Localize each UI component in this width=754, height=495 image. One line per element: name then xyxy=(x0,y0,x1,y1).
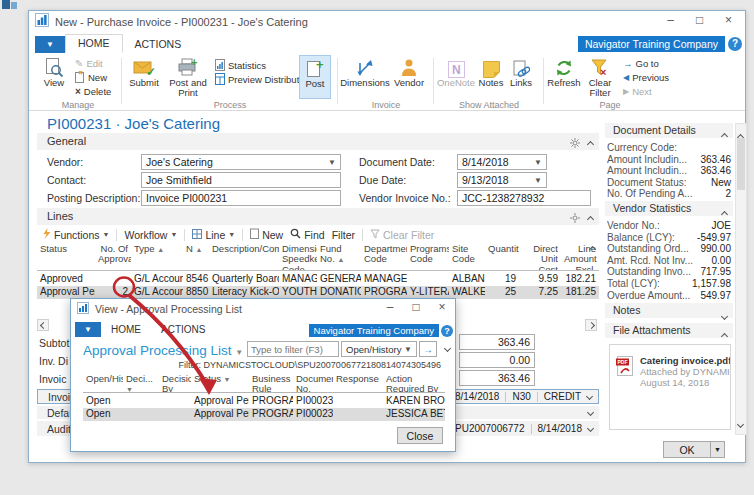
post-button[interactable]: + Post xyxy=(299,55,331,99)
submit-button[interactable]: ✓ Submit xyxy=(125,55,163,88)
functions-menu[interactable]: Functions▼ xyxy=(43,228,109,241)
window-vertical-scrollbar[interactable] xyxy=(735,123,747,435)
expand-default-icon[interactable] xyxy=(587,409,594,416)
posting-description-field[interactable]: Invoice PI000231 xyxy=(141,190,341,206)
hscroll-left-arrow[interactable] xyxy=(37,319,49,331)
col-quantity[interactable]: Quantity xyxy=(485,243,519,270)
general-fasttab-header[interactable]: General xyxy=(37,133,599,150)
maximize-button[interactable]: □ xyxy=(685,11,714,31)
filter-button[interactable]: Filter xyxy=(332,229,355,241)
dialog-help-button[interactable]: ? xyxy=(441,325,453,337)
collapse-lines-icon[interactable] xyxy=(587,216,594,223)
col-type[interactable]: Type ▲ xyxy=(131,243,183,270)
dcol-open-history[interactable]: Open/His... xyxy=(83,373,123,392)
notes-button[interactable]: Notes xyxy=(477,55,505,88)
col-no-of-approvals[interactable]: No. Of Approvals xyxy=(95,243,131,270)
application-menu-button[interactable]: ▼ xyxy=(35,36,65,53)
dialog-close-x-button[interactable]: × xyxy=(429,299,455,317)
contact-field[interactable]: Joe Smithfield xyxy=(141,172,341,188)
vendor-invoice-no-field[interactable]: JCC-1238278932 xyxy=(457,190,591,206)
ok-dropdown-button[interactable]: ▼ xyxy=(710,441,725,458)
due-date-dropdown-icon[interactable]: ▼ xyxy=(534,176,542,185)
dialog-application-menu-button[interactable]: ▼ xyxy=(75,322,101,337)
col-fund-no[interactable]: Fund No. ▲ xyxy=(317,243,361,270)
dcol-decision-by[interactable]: Decision By xyxy=(159,373,191,392)
clear-filter-button[interactable]: × Clear Filter xyxy=(583,55,617,99)
pending-approvals-link[interactable]: 2 xyxy=(725,188,731,200)
dcol-decision[interactable]: Deci... ▼ xyxy=(123,373,159,392)
view-button[interactable]: View xyxy=(37,55,71,88)
vendor-field[interactable]: Joe's Catering▼ xyxy=(141,154,341,170)
dialog-maximize-button[interactable]: □ xyxy=(403,299,429,317)
statistics-button[interactable]: Statistics xyxy=(215,59,266,72)
due-date-field[interactable]: 9/13/2018▼ xyxy=(457,172,547,188)
line-row-approved[interactable]: Approved G/L Account 8546 Quarterly Boar… xyxy=(37,273,599,285)
dialog-company-badge[interactable]: Navigator Training Company xyxy=(309,324,439,337)
dialog-close-button[interactable]: Close xyxy=(397,427,443,444)
amount-incl-link[interactable]: 363.46 xyxy=(700,154,731,166)
collapse-attachments-icon[interactable] xyxy=(721,333,728,340)
dialog-minimize-button[interactable]: – xyxy=(377,299,403,317)
col-status[interactable]: Status xyxy=(37,243,95,270)
dcol-business-rule[interactable]: Business Rule Code xyxy=(249,373,293,392)
expand-invoice-icon[interactable] xyxy=(586,393,593,400)
col-programs-code[interactable]: Programs Code xyxy=(407,243,449,270)
dialog-tab-home[interactable]: HOME xyxy=(101,323,151,337)
previous-button[interactable]: ◀ Previous xyxy=(623,71,669,84)
ok-button[interactable]: OK xyxy=(663,441,711,458)
balance-link[interactable]: -549.97 xyxy=(697,232,731,244)
scroll-thumb[interactable] xyxy=(737,138,745,190)
expand-audit-icon[interactable] xyxy=(587,425,594,432)
col-no[interactable]: N ▲ xyxy=(183,243,209,270)
scroll-down-arrow[interactable] xyxy=(738,413,743,431)
minimize-button[interactable]: – xyxy=(656,11,685,31)
col-site-code[interactable]: Site Code xyxy=(449,243,485,270)
dcol-document-no[interactable]: Document No. xyxy=(293,373,333,392)
dcol-action-required-by[interactable]: Action Required By xyxy=(383,373,445,392)
new-button[interactable]: New xyxy=(75,71,107,84)
file-attachments-header[interactable]: File Attachments xyxy=(605,323,733,338)
collapse-general-icon[interactable] xyxy=(587,141,594,148)
dialog-filter-scope-select[interactable]: Open/History▼ xyxy=(341,341,417,357)
find-button[interactable]: Find xyxy=(290,228,324,241)
links-button[interactable]: Links xyxy=(507,55,535,88)
dialog-row-karen[interactable]: Open Approval Pending PROGRAMS PI000231 … xyxy=(83,395,445,407)
dialog-filter-input[interactable] xyxy=(247,341,339,357)
document-details-header[interactable]: Document Details xyxy=(605,123,733,138)
collapse-doc-details-icon[interactable] xyxy=(721,133,728,140)
workflow-menu[interactable]: Workflow▼ xyxy=(124,229,177,241)
outstanding-invoices-link[interactable]: 717.95 xyxy=(700,266,731,278)
collapse-vendor-stats-icon[interactable] xyxy=(721,211,728,218)
customize-gear-icon[interactable] xyxy=(570,136,580,153)
dialog-apply-filter-button[interactable]: → xyxy=(419,341,437,357)
dcol-status[interactable]: Status ▼ xyxy=(191,373,249,392)
line-menu[interactable]: Line▼ xyxy=(192,229,235,241)
vendor-statistics-header[interactable]: Vendor Statistics xyxy=(605,201,733,216)
document-date-field[interactable]: 8/14/2018▼ xyxy=(457,154,547,170)
help-button[interactable]: ? xyxy=(728,37,742,51)
amt-rcd-link[interactable]: 0.00 xyxy=(712,255,731,267)
hscroll-right-arrow[interactable] xyxy=(585,319,597,331)
goto-button[interactable]: → Go to xyxy=(623,57,659,70)
document-date-dropdown-icon[interactable]: ▼ xyxy=(534,158,542,167)
company-badge[interactable]: Navigator Training Company xyxy=(578,36,725,52)
dimensions-button[interactable]: Dimensions xyxy=(341,55,389,88)
vendor-dropdown-icon[interactable]: ▼ xyxy=(328,158,336,167)
col-dimension-speedkey[interactable]: Dimension Speedkey Code xyxy=(279,243,317,270)
post-and-print-button[interactable]: + Post and Print xyxy=(165,55,211,99)
col-description[interactable]: Description/Comment xyxy=(209,243,279,270)
dialog-row-jessica[interactable]: Open Approval Pending PROGRAMS PI000231 … xyxy=(83,408,445,421)
tab-home[interactable]: HOME xyxy=(65,34,123,53)
tab-actions[interactable]: ACTIONS xyxy=(123,36,194,53)
delete-button[interactable]: × Delete xyxy=(75,85,111,98)
outstanding-orders-link[interactable]: 990.00 xyxy=(700,243,731,255)
vendor-no-link[interactable]: JOE xyxy=(712,220,731,232)
vendor-button[interactable]: Vendor xyxy=(391,55,427,88)
col-department-code[interactable]: Department Code xyxy=(361,243,407,270)
overdue-amount-link[interactable]: 549.97 xyxy=(700,290,731,302)
lines-fasttab-header[interactable]: Lines xyxy=(37,208,599,225)
notes-header[interactable]: Notes xyxy=(605,303,733,318)
new-line-button[interactable]: New xyxy=(250,228,283,241)
dialog-collapse-filter-icon[interactable] xyxy=(444,345,451,352)
dcol-response[interactable]: Response xyxy=(333,373,383,392)
